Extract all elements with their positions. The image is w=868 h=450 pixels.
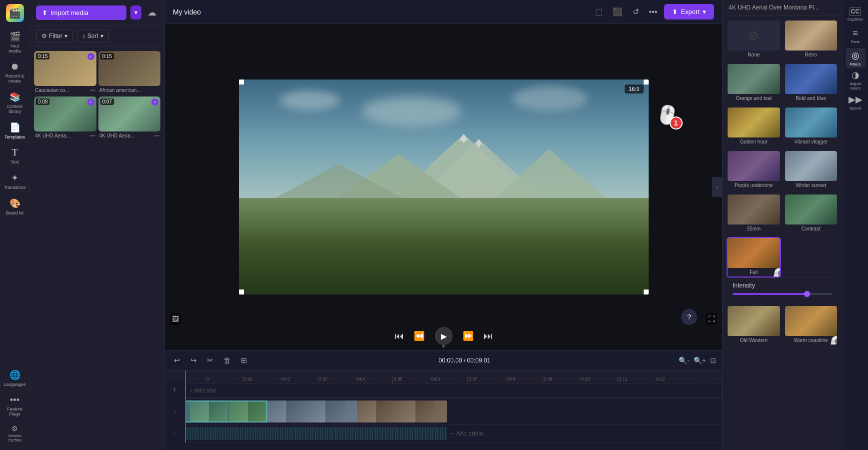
sort-button[interactable]: ↕ Sort ▾ bbox=[77, 30, 109, 42]
corner-handle-tl[interactable] bbox=[239, 80, 244, 84]
timeline-toolbar: ↩ ↪ ✂ 🗑 ⊞ 00:00.00 / 00:09.01 🔍- 🔍+ ⊡ bbox=[165, 350, 722, 370]
filter-bold-blue[interactable]: Bold and blue bbox=[784, 63, 839, 104]
media-more-3[interactable]: ••• bbox=[90, 133, 95, 138]
import-dropdown-button[interactable]: ▾ bbox=[130, 6, 141, 20]
media-duration-1: 0:15 bbox=[36, 53, 49, 60]
export-chevron-icon: ▾ bbox=[703, 8, 706, 16]
media-grid: 0:15 ✓ Caucasian co... ••• 0:15 African … bbox=[30, 47, 164, 144]
filter-button[interactable]: ⚙ Filter ▾ bbox=[36, 30, 73, 42]
more-tools-button[interactable]: ••• bbox=[646, 4, 661, 20]
skip-back-button[interactable]: ⏮ bbox=[395, 331, 404, 342]
screenshot-button[interactable]: 🖼 bbox=[170, 313, 181, 325]
brand-kit-icon: 🎨 bbox=[9, 198, 20, 209]
sidebar-item-feature-flags[interactable]: ••• Feature Flags bbox=[2, 392, 28, 420]
sidebar-item-brand-kit[interactable]: 🎨 Brand kit bbox=[2, 195, 28, 218]
sidebar-item-templates[interactable]: 📄 Templates bbox=[2, 119, 28, 142]
rewind-button[interactable]: ⏪ bbox=[414, 330, 425, 342]
side-collapse-button[interactable]: › bbox=[712, 177, 722, 197]
sidebar-item-content-library[interactable]: 📚 Content library bbox=[2, 88, 28, 117]
filter-grid-2: Old Western Warm coastline 🖱️ 3 bbox=[727, 305, 838, 346]
play-pause-button[interactable]: ▶ bbox=[435, 327, 453, 345]
sidebar-item-text[interactable]: T Text bbox=[2, 144, 28, 168]
media-more-1[interactable]: ••• bbox=[90, 88, 95, 93]
filter-none[interactable]: ⊘ None bbox=[727, 20, 781, 60]
audio-clip[interactable] bbox=[185, 427, 447, 440]
redo-button[interactable]: ↪ bbox=[187, 354, 200, 367]
fullscreen-button[interactable]: ⛶ bbox=[706, 313, 717, 325]
sidebar-item-your-media[interactable]: 🎬 Your media bbox=[2, 28, 28, 56]
speed-icon: ▶▶ bbox=[849, 94, 863, 105]
cut-button[interactable]: ✂ bbox=[204, 354, 216, 367]
filter-retro[interactable]: Retro bbox=[784, 20, 839, 60]
add-text-label: + Add text bbox=[189, 387, 216, 394]
playhead[interactable] bbox=[185, 382, 186, 442]
add-audio-button[interactable]: + Add audio bbox=[447, 428, 487, 439]
media-more-4[interactable]: ••• bbox=[154, 133, 159, 138]
filter-purple-undertone[interactable]: Purple undertone bbox=[727, 150, 781, 190]
adjust-colors-button[interactable]: ◑ Adjust colors bbox=[846, 70, 866, 90]
import-media-button[interactable]: ⬆ Import media bbox=[36, 6, 126, 20]
intensity-slider[interactable] bbox=[733, 293, 832, 295]
sidebar-item-transitions[interactable]: ✦ Transitions bbox=[2, 170, 28, 193]
media-item[interactable]: 0:08 ✓ 4K UHD Aeria... ••• bbox=[34, 96, 96, 140]
video-preview: 16:9 🖱️ 1 🖼 ? ▼ › ⛶ bbox=[165, 24, 722, 350]
corner-handle-br[interactable] bbox=[644, 290, 649, 294]
media-check-1: ✓ bbox=[87, 53, 94, 60]
sidebar-label-transitions: Transitions bbox=[4, 185, 26, 190]
fade-button[interactable]: ≡ Fade bbox=[846, 26, 866, 46]
sidebar-item-languages[interactable]: 🌐 Languages bbox=[2, 366, 28, 390]
filter-35mm[interactable]: 35mm bbox=[727, 194, 781, 234]
transitions-icon: ✦ bbox=[11, 172, 18, 184]
export-button[interactable]: ⬆ Export ▾ bbox=[664, 4, 714, 20]
fit-timeline-button[interactable]: ⊡ bbox=[710, 356, 716, 364]
video-clip-3[interactable] bbox=[357, 400, 447, 422]
video-clip-1[interactable] bbox=[185, 400, 267, 422]
filter-golden-hour[interactable]: Golden hour bbox=[727, 106, 781, 147]
sidebar-label-feature-flags: Feature Flags bbox=[4, 407, 26, 417]
filters-button[interactable]: ◎ Filters bbox=[846, 48, 866, 68]
help-button[interactable]: ? bbox=[681, 309, 697, 325]
resize-tool-button[interactable]: ⬛ bbox=[610, 4, 626, 20]
fast-forward-button[interactable]: ⏩ bbox=[463, 330, 474, 342]
zoom-out-button[interactable]: 🔍- bbox=[679, 356, 690, 364]
filter-orange-teal[interactable]: Orange and teal bbox=[727, 63, 781, 104]
filter-bold-blue-label: Bold and blue bbox=[785, 94, 838, 102]
corner-handle-tr[interactable] bbox=[644, 80, 649, 84]
filter-contrast-label: Contrast bbox=[785, 224, 838, 233]
undo-button[interactable]: ↩ bbox=[171, 354, 183, 367]
filter-35mm-thumb bbox=[728, 194, 780, 224]
media-item[interactable]: 0:15 ✓ Caucasian co... ••• bbox=[34, 51, 96, 94]
crop-tool-button[interactable]: ⬚ bbox=[592, 4, 606, 20]
zoom-in-button[interactable]: 🔍+ bbox=[694, 356, 706, 364]
filter-vibrant-vlogger[interactable]: Vibrant vlogger bbox=[784, 106, 839, 147]
corner-handle-bl[interactable] bbox=[239, 290, 244, 294]
cloud-sync-button[interactable]: ☁ bbox=[145, 5, 158, 20]
filter-warm-coastline[interactable]: Warm coastline 🖱️ 3 bbox=[784, 305, 839, 346]
filter-grid: ⊘ None Retro Orange and teal Bold and bl… bbox=[727, 20, 838, 278]
languages-icon: 🌐 bbox=[9, 370, 20, 380]
media-check-3: ✓ bbox=[87, 98, 94, 106]
sort-chevron-icon: ▾ bbox=[100, 32, 103, 40]
add-text-button[interactable]: + Add text bbox=[185, 383, 722, 398]
sidebar-item-version[interactable]: ⚙ Version 73c5f8c bbox=[2, 422, 28, 446]
right-icons-sidebar: CC Captions ≡ Fade ◎ Filters ◑ Adjust co… bbox=[842, 0, 868, 450]
speed-button[interactable]: ▶▶ Speed bbox=[846, 92, 866, 112]
rotate-tool-button[interactable]: ↺ bbox=[630, 4, 642, 20]
intensity-handle[interactable] bbox=[804, 291, 810, 297]
filters-label: Filters bbox=[850, 62, 861, 66]
sidebar-item-record[interactable]: ⏺ Record & create bbox=[2, 58, 28, 86]
captions-button[interactable]: CC Captions bbox=[846, 4, 866, 24]
skip-forward-button[interactable]: ⏭ bbox=[484, 331, 493, 342]
sidebar-label-brand-kit: Brand kit bbox=[6, 210, 24, 216]
delete-button[interactable]: 🗑 bbox=[220, 354, 234, 366]
filter-bold-blue-thumb bbox=[785, 64, 838, 94]
media-item[interactable]: 0:07 ✓ 4K UHD Aeria... ••• bbox=[98, 96, 161, 140]
save-button[interactable]: ⊞ bbox=[238, 354, 250, 367]
video-clip-2[interactable] bbox=[267, 400, 357, 422]
filter-contrast[interactable]: Contrast bbox=[784, 194, 839, 234]
filter-old-western[interactable]: Old Western bbox=[727, 305, 781, 346]
filter-winter-sunset[interactable]: Winter sunset bbox=[784, 150, 839, 190]
media-item[interactable]: 0:15 African american... bbox=[98, 51, 161, 94]
sort-label: Sort bbox=[87, 32, 98, 40]
filter-fall[interactable]: Fall 🖱️ 2 bbox=[727, 237, 781, 278]
